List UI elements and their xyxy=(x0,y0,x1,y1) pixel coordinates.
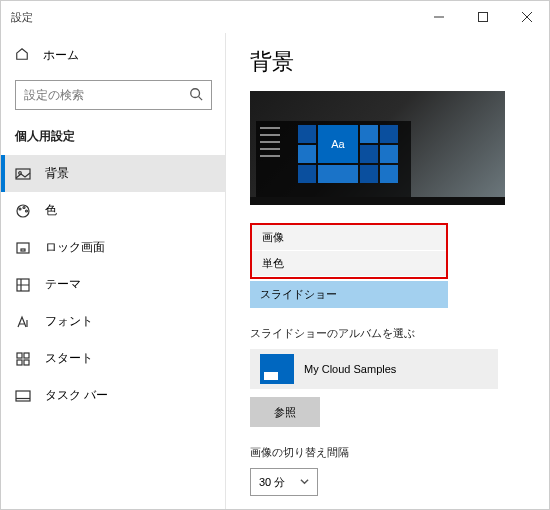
background-preview: Aa xyxy=(250,91,505,205)
album-item[interactable]: My Cloud Samples xyxy=(250,349,498,389)
svg-point-4 xyxy=(191,88,200,97)
home-label: ホーム xyxy=(43,47,79,64)
window-title: 設定 xyxy=(11,10,33,25)
dropdown-option-slideshow[interactable]: スライドショー xyxy=(250,281,448,308)
svg-rect-1 xyxy=(479,13,488,22)
lock-icon xyxy=(15,240,31,256)
interval-select[interactable]: 30 分 xyxy=(250,468,318,496)
page-title: 背景 xyxy=(250,47,525,77)
palette-icon xyxy=(15,203,31,219)
album-name: My Cloud Samples xyxy=(304,363,396,375)
interval-value: 30 分 xyxy=(259,475,285,490)
background-type-dropdown-list[interactable]: 画像 単色 xyxy=(250,223,448,279)
preview-sample-text: Aa xyxy=(318,125,358,163)
sidebar-item-start[interactable]: スタート xyxy=(1,340,226,377)
font-icon xyxy=(15,314,31,330)
sidebar-item-lockscreen[interactable]: ロック画面 xyxy=(1,229,226,266)
search-placeholder: 設定の検索 xyxy=(24,87,84,104)
svg-rect-17 xyxy=(17,360,22,365)
search-icon xyxy=(189,87,203,104)
home-icon xyxy=(15,47,29,64)
sidebar-item-label: フォント xyxy=(45,313,93,330)
theme-icon xyxy=(15,277,31,293)
browse-button[interactable]: 参照 xyxy=(250,397,320,427)
chevron-down-icon xyxy=(300,476,309,488)
dropdown-option-solid[interactable]: 単色 xyxy=(252,251,446,277)
svg-rect-19 xyxy=(16,391,30,401)
picture-icon xyxy=(15,166,31,182)
svg-line-5 xyxy=(199,96,203,100)
dropdown-option-picture[interactable]: 画像 xyxy=(252,225,446,251)
search-input[interactable]: 設定の検索 xyxy=(15,80,212,110)
interval-label: 画像の切り替え間隔 xyxy=(250,445,525,460)
sidebar-item-label: スタート xyxy=(45,350,93,367)
section-title: 個人用設定 xyxy=(1,122,226,155)
close-button[interactable] xyxy=(505,1,549,33)
svg-rect-18 xyxy=(24,360,29,365)
sidebar-item-label: 色 xyxy=(45,202,57,219)
home-link[interactable]: ホーム xyxy=(1,41,226,74)
svg-rect-15 xyxy=(17,353,22,358)
sidebar-item-background[interactable]: 背景 xyxy=(1,155,226,192)
svg-point-11 xyxy=(26,210,28,212)
sidebar-item-themes[interactable]: テーマ xyxy=(1,266,226,303)
minimize-button[interactable] xyxy=(417,1,461,33)
sidebar-item-fonts[interactable]: フォント xyxy=(1,303,226,340)
svg-point-9 xyxy=(19,208,21,210)
sidebar-item-label: タスク バー xyxy=(45,387,108,404)
sidebar-item-taskbar[interactable]: タスク バー xyxy=(1,377,226,414)
sidebar-item-label: 背景 xyxy=(45,165,69,182)
folder-icon xyxy=(260,354,294,384)
start-icon xyxy=(15,351,31,367)
taskbar-icon xyxy=(15,388,31,404)
sidebar-item-label: テーマ xyxy=(45,276,81,293)
svg-point-10 xyxy=(23,206,25,208)
album-label: スライドショーのアルバムを選ぶ xyxy=(250,326,525,341)
svg-rect-16 xyxy=(24,353,29,358)
sidebar-item-label: ロック画面 xyxy=(45,239,105,256)
sidebar-item-colors[interactable]: 色 xyxy=(1,192,226,229)
maximize-button[interactable] xyxy=(461,1,505,33)
svg-rect-13 xyxy=(21,249,25,251)
